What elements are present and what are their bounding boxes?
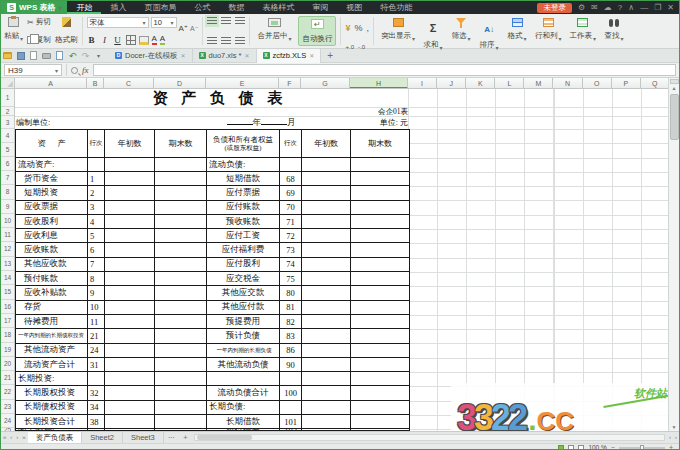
save-button[interactable] <box>14 50 27 62</box>
liability-line-no-cell[interactable]: 75 <box>280 272 302 286</box>
column-header-A[interactable]: A <box>15 78 87 89</box>
document-tab-2[interactable]: Xzcfzb.XLS <box>257 49 322 63</box>
collapse-ribbon-icon[interactable] <box>628 1 634 14</box>
liability-line-no-cell[interactable]: 90 <box>280 358 302 372</box>
magnifier-icon[interactable] <box>71 67 78 74</box>
menu-tab-7[interactable]: 视图 <box>337 1 371 14</box>
asset-end-cell[interactable] <box>155 258 207 272</box>
column-header-O[interactable]: O <box>583 78 612 89</box>
page-layout-view-icon[interactable] <box>568 445 574 450</box>
align-left-icon[interactable] <box>207 37 217 45</box>
asset-end-cell[interactable] <box>155 158 207 172</box>
asset-name-cell[interactable]: 长期债权投资 <box>16 401 88 415</box>
liability-begin-cell[interactable] <box>302 401 351 415</box>
asset-begin-cell[interactable] <box>105 172 155 186</box>
font-name-select[interactable]: 宋体 <box>87 17 149 28</box>
align-top-icon[interactable] <box>207 17 217 25</box>
close-tab-icon[interactable] <box>244 51 249 60</box>
asset-name-cell[interactable]: 长期股权投资 <box>16 386 88 400</box>
liability-name-cell[interactable]: 预提费用 <box>207 315 280 329</box>
asset-name-cell[interactable]: 应收股利 <box>16 215 88 229</box>
liability-name-cell[interactable]: 应付福利费 <box>207 243 280 257</box>
row-header-16[interactable]: 16 <box>1 300 14 314</box>
asset-begin-cell[interactable] <box>105 315 155 329</box>
minimize-button[interactable] <box>640 1 648 14</box>
liability-line-no-cell[interactable]: 86 <box>280 344 302 358</box>
liability-line-no-cell[interactable]: 80 <box>280 286 302 300</box>
liability-begin-cell[interactable] <box>302 358 351 372</box>
fill-color-icon[interactable] <box>139 36 149 45</box>
asset-line-no-cell[interactable]: 21 <box>88 329 105 343</box>
asset-line-no-cell[interactable]: 2 <box>88 186 105 200</box>
asset-begin-cell[interactable] <box>105 272 155 286</box>
asset-line-no-cell[interactable]: 4 <box>88 215 105 229</box>
header-cell[interactable]: 期末数 <box>155 130 207 158</box>
document-tab-0[interactable]: DDocer-在线模板 <box>109 49 193 63</box>
sum-button[interactable]: 求和 <box>420 16 446 46</box>
liability-end-cell[interactable] <box>351 358 409 372</box>
align-middle-icon[interactable] <box>221 17 231 25</box>
row-header-5[interactable]: 5 <box>1 143 14 157</box>
asset-line-no-cell[interactable] <box>88 158 105 172</box>
asset-name-cell[interactable]: 待摊费用 <box>16 315 88 329</box>
liability-begin-cell[interactable] <box>302 215 351 229</box>
asset-line-no-cell[interactable]: 24 <box>88 344 105 358</box>
asset-name-cell[interactable]: 长期投资合计 <box>16 415 88 429</box>
font-color-icon[interactable] <box>152 35 157 45</box>
column-header-K[interactable]: K <box>466 78 495 89</box>
asset-end-cell[interactable] <box>155 201 207 215</box>
row-header-1[interactable]: 1 <box>1 89 14 107</box>
scroll-up-icon[interactable]: ▲ <box>672 85 677 92</box>
zoom-slider-knob[interactable] <box>640 445 644 450</box>
asset-begin-cell[interactable] <box>105 186 155 200</box>
close-tab-icon[interactable] <box>181 51 186 60</box>
asset-name-cell[interactable]: 其他流动资产 <box>16 344 88 358</box>
column-header-C[interactable]: C <box>104 78 154 89</box>
liability-begin-cell[interactable] <box>302 158 351 172</box>
align-bottom-icon[interactable] <box>235 17 245 25</box>
column-header-E[interactable]: E <box>206 78 279 89</box>
sheet-tab-2[interactable]: Sheet3 <box>123 432 164 443</box>
liability-name-cell[interactable]: 其他应付款 <box>207 301 280 315</box>
asset-line-no-cell[interactable]: 3 <box>88 201 105 215</box>
liability-line-no-cell[interactable]: 69 <box>280 186 302 200</box>
asset-line-no-cell[interactable]: 8 <box>88 272 105 286</box>
header-cell[interactable]: 行次 <box>280 130 302 158</box>
asset-end-cell[interactable] <box>155 415 207 429</box>
asset-end-cell[interactable] <box>155 243 207 257</box>
liability-begin-cell[interactable] <box>302 186 351 200</box>
column-header-B[interactable]: B <box>87 78 104 89</box>
column-header-Q[interactable]: Q <box>641 78 668 89</box>
asset-end-cell[interactable] <box>155 372 207 386</box>
liability-name-cell[interactable]: 应付股利 <box>207 258 280 272</box>
redo-button[interactable] <box>79 50 92 62</box>
liability-line-no-cell[interactable]: 71 <box>280 215 302 229</box>
font-size-select[interactable]: 10 <box>151 17 177 28</box>
row-header-2[interactable]: 2 <box>1 107 14 116</box>
liability-end-cell[interactable] <box>351 172 409 186</box>
asset-name-cell[interactable]: 其他应收款 <box>16 258 88 272</box>
asset-end-cell[interactable] <box>155 329 207 343</box>
row-header-22[interactable]: 22 <box>1 385 14 399</box>
liability-line-no-cell[interactable]: 83 <box>280 329 302 343</box>
liability-begin-cell[interactable] <box>302 415 351 429</box>
liability-begin-cell[interactable] <box>302 258 351 272</box>
name-box[interactable]: H39 <box>4 64 62 76</box>
row-header-7[interactable]: 7 <box>1 171 14 185</box>
liability-name-cell[interactable]: 流动负债合计 <box>207 386 280 400</box>
formula-input[interactable] <box>93 64 677 76</box>
copy-button[interactable]: 复制 <box>27 35 51 45</box>
liability-end-cell[interactable] <box>351 229 409 243</box>
underline-button[interactable]: U <box>113 35 123 45</box>
liability-end-cell[interactable] <box>351 243 409 257</box>
asset-begin-cell[interactable] <box>105 229 155 243</box>
menu-tab-1[interactable]: 插入 <box>101 1 135 14</box>
liability-name-cell[interactable]: 预计负债 <box>207 329 280 343</box>
asset-name-cell[interactable]: 应收利息 <box>16 229 88 243</box>
liability-begin-cell[interactable] <box>302 201 351 215</box>
asset-begin-cell[interactable] <box>105 243 155 257</box>
split-handle[interactable] <box>670 79 679 84</box>
row-header-3[interactable]: 3 <box>1 116 14 129</box>
asset-line-no-cell[interactable]: 1 <box>88 172 105 186</box>
zoom-slider[interactable] <box>619 447 665 449</box>
